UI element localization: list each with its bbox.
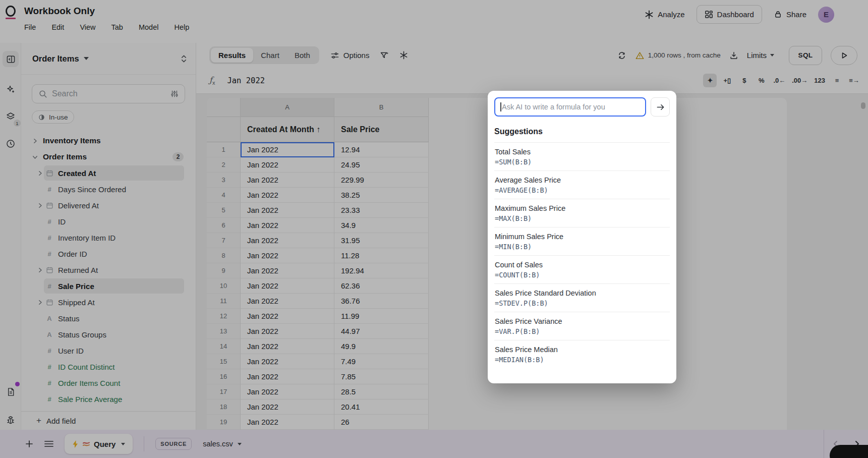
suggestion-formula: =SUM(B:B): [495, 158, 669, 166]
suggestion-formula: =MAX(B:B): [495, 214, 669, 222]
ai-formula-popup: Suggestions Total Sales =SUM(B:B) Averag…: [488, 91, 676, 383]
suggestion-item[interactable]: Average Sales Price =AVERAGE(B:B): [494, 170, 670, 199]
suggestion-name: Sales Price Variance: [495, 317, 669, 325]
suggestion-name: Average Sales Price: [495, 176, 669, 184]
submit-prompt-button[interactable]: [651, 97, 670, 117]
suggestion-item[interactable]: Sales Price Variance =VAR.P(B:B): [494, 312, 670, 340]
suggestion-formula: =AVERAGE(B:B): [495, 186, 669, 194]
suggestion-item[interactable]: Minimum Sales Price =MIN(B:B): [494, 227, 670, 255]
suggestion-item[interactable]: Total Sales =SUM(B:B): [494, 142, 670, 170]
suggestion-formula: =COUNT(B:B): [495, 271, 669, 279]
suggestion-name: Total Sales: [495, 148, 669, 156]
suggestion-name: Sales Price Standard Deviation: [495, 289, 669, 297]
suggestion-formula: =MEDIAN(B:B): [495, 356, 669, 364]
suggestion-name: Minimum Sales Price: [495, 233, 669, 241]
suggestion-name: Count of Sales: [495, 261, 669, 269]
suggestion-name: Sales Price Median: [495, 346, 669, 354]
modal-dim-overlay: [0, 0, 868, 458]
suggestions-list: Total Sales =SUM(B:B) Average Sales Pric…: [494, 142, 670, 368]
suggestion-name: Maximum Sales Price: [495, 204, 669, 212]
suggestion-formula: =STDEV.P(B:B): [495, 299, 669, 307]
workbook-app: Workbook Only FileEditViewTabModelHelp A…: [0, 0, 868, 458]
suggestion-formula: =MIN(B:B): [495, 243, 669, 251]
text-cursor: [500, 102, 501, 111]
suggestions-heading: Suggestions: [494, 127, 670, 136]
suggestion-item[interactable]: Count of Sales =COUNT(B:B): [494, 255, 670, 283]
suggestion-item[interactable]: Sales Price Median =MEDIAN(B:B): [494, 340, 670, 368]
suggestion-item[interactable]: Maximum Sales Price =MAX(B:B): [494, 199, 670, 227]
suggestion-formula: =VAR.P(B:B): [495, 327, 669, 335]
ai-formula-input[interactable]: [494, 97, 646, 117]
suggestion-item[interactable]: Sales Price Standard Deviation =STDEV.P(…: [494, 283, 670, 312]
